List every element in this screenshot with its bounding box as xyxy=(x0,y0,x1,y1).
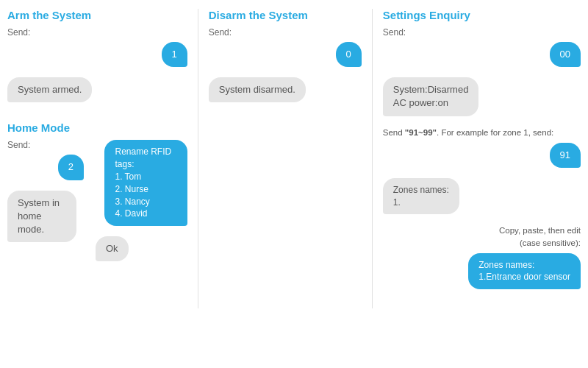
home-mode-title: Home Mode xyxy=(7,121,187,134)
settings-reply-row: System:Disarmed AC power:on xyxy=(383,77,581,121)
disarm-title: Disarm the System xyxy=(209,9,362,21)
arm-send-label: Send: xyxy=(7,27,187,38)
disarm-sent-row: 0 xyxy=(209,42,362,73)
arm-reply-row: System armed. xyxy=(7,77,187,108)
settings-reply-bubble: System:Disarmed AC power:on xyxy=(383,77,479,116)
zone-reply-row: Zones names: 1. xyxy=(383,178,581,221)
settings-column: Settings Enquiry Send: 00 System:Disarme… xyxy=(376,9,581,308)
page-container: Arm the System Send: 1 System armed. Hom… xyxy=(0,0,588,316)
zones-sent-bubble: Zones names: 1.Entrance door sensor xyxy=(468,253,581,290)
zone-reply-bubble: Zones names: 1. xyxy=(383,178,459,215)
settings-send-label: Send: xyxy=(383,27,581,38)
disarm-column: Disarm the System Send: 0 System disarme… xyxy=(201,9,369,308)
arm-section: Arm the System Send: 1 System armed. xyxy=(7,9,187,108)
divider-2 xyxy=(372,9,373,308)
settings-sent-row: 00 xyxy=(383,42,581,73)
home-reply-bubble: System in home mode. xyxy=(7,191,76,243)
disarm-section: Disarm the System Send: 0 System disarme… xyxy=(209,9,362,108)
home-sent-row: 2 xyxy=(7,155,84,185)
zone-sent-bubble: 91 xyxy=(550,143,581,168)
home-reply-row: System in home mode. xyxy=(7,191,84,249)
copy-note: Copy, paste, then edit(case sensitive): xyxy=(383,224,581,248)
home-mode-row: Send: 2 System in home mode. Rename RFID… xyxy=(7,140,187,272)
arm-sent-bubble: 1 xyxy=(162,42,187,67)
divider-1 xyxy=(198,9,198,308)
home-sent-bubble: 2 xyxy=(58,155,84,180)
home-rename-sent-row: Rename RFID tags: 1. Tom 2. Nurse 3. Nan… xyxy=(96,140,187,232)
home-ok-row: Ok xyxy=(96,236,187,267)
settings-note: Send "91~99". For example for zone 1, se… xyxy=(383,127,581,138)
home-rename-bubble: Rename RFID tags: 1. Tom 2. Nurse 3. Nan… xyxy=(104,140,187,226)
home-left-col: Send: 2 System in home mode. xyxy=(7,140,84,272)
disarm-reply-bubble: System disarmed. xyxy=(209,77,306,102)
arm-title: Arm the System xyxy=(7,9,187,21)
arm-reply-bubble: System armed. xyxy=(7,77,92,102)
home-send-label: Send: xyxy=(7,140,84,150)
arm-sent-row: 1 xyxy=(7,42,187,73)
arm-column: Arm the System Send: 1 System armed. Hom… xyxy=(7,9,195,308)
disarm-send-label: Send: xyxy=(209,27,362,38)
home-right-col: Rename RFID tags: 1. Tom 2. Nurse 3. Nan… xyxy=(96,140,187,272)
settings-section: Settings Enquiry Send: 00 System:Disarme… xyxy=(383,9,581,295)
disarm-reply-row: System disarmed. xyxy=(209,77,362,108)
zones-sent-row: Zones names: 1.Entrance door sensor xyxy=(383,253,581,296)
settings-note-bold: "91~99" xyxy=(405,128,437,137)
settings-sent-bubble: 00 xyxy=(550,42,581,67)
home-ok-bubble: Ok xyxy=(96,236,129,261)
disarm-sent-bubble: 0 xyxy=(336,42,362,67)
zone-sent-row: 91 xyxy=(383,143,581,174)
settings-title: Settings Enquiry xyxy=(383,9,581,21)
home-mode-section: Home Mode Send: 2 System in home mode. R… xyxy=(7,121,187,272)
